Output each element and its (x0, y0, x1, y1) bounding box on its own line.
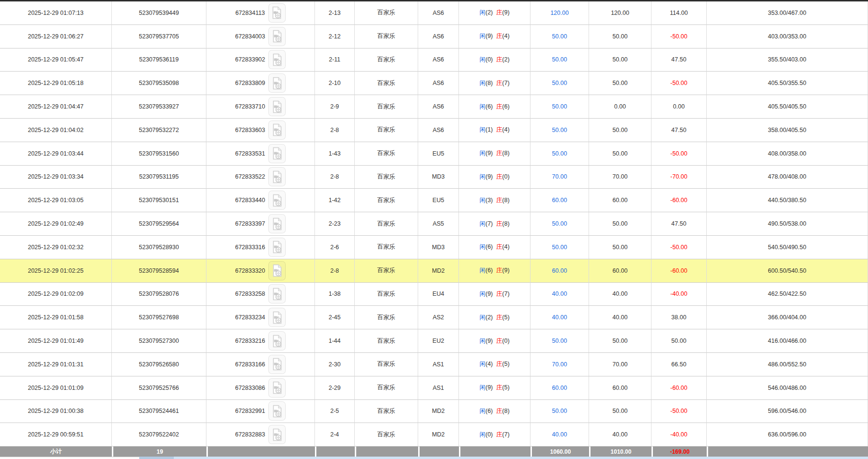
table-row[interactable]: 2025-12-29 01:02:25 523079528594 6728333… (0, 259, 868, 283)
banker-label: 庄 (496, 384, 503, 391)
video-replay-button[interactable] (268, 97, 286, 116)
video-replay-button[interactable] (268, 378, 286, 398)
banker-score: 8 (502, 408, 509, 414)
valid-amount-cell: 120.00 (589, 1, 651, 25)
video-replay-button[interactable] (268, 425, 286, 444)
table-row[interactable]: 2025-12-29 01:00:38 523079524461 6728329… (0, 400, 868, 423)
video-replay-button[interactable] (268, 355, 286, 374)
shoe-round-cell: 2-6 (315, 236, 355, 259)
win-loss: 66.50 (671, 361, 686, 368)
video-replay-button[interactable] (268, 144, 286, 163)
win-loss-cell: -40.00 (651, 423, 707, 447)
table-row[interactable]: 2025-12-29 01:06:27 523079537705 6728340… (0, 25, 868, 48)
table-row[interactable]: 2025-12-29 01:02:32 523079528930 6728333… (0, 236, 868, 259)
bet-id: 523079525766 (139, 385, 179, 391)
round-cell: 672832991 (206, 400, 315, 423)
shoe-round: 2-8 (330, 173, 339, 180)
subtotal-count: 19 (112, 447, 206, 457)
balance: 358.00/405.50 (768, 127, 807, 133)
shoe-round: 2-8 (330, 127, 339, 133)
bet-id-cell: 523079531195 (112, 166, 206, 189)
banker-label: 庄 (496, 56, 503, 63)
table-row[interactable]: 2025-12-29 01:01:31 523079526580 6728331… (0, 353, 868, 376)
table-row[interactable]: 2025-12-29 01:03:05 523079530151 6728334… (0, 189, 868, 212)
win-loss-cell: 47.50 (651, 119, 707, 142)
table-code: EU4 (433, 290, 444, 297)
table-row[interactable]: 2025-12-29 01:01:58 523079527698 6728332… (0, 306, 868, 329)
game-type: 百家乐 (377, 150, 396, 157)
player-label: 闲 (480, 33, 486, 39)
valid-amount-cell: 70.00 (589, 166, 651, 189)
video-replay-button[interactable] (268, 331, 286, 350)
round-id: 672833316 (235, 244, 265, 251)
scrollbar-thumb[interactable] (0, 457, 139, 459)
bet-time: 2025-12-29 01:03:34 (28, 173, 84, 180)
valid-amount-cell: 50.00 (589, 400, 651, 423)
video-replay-button[interactable] (268, 121, 286, 140)
player-label: 闲 (480, 126, 486, 133)
balance: 636.00/596.00 (768, 431, 807, 438)
banker-label: 庄 (496, 338, 503, 344)
table-row[interactable]: 2025-12-29 00:59:51 523079522402 6728328… (0, 423, 868, 447)
valid-amount-cell: 50.00 (589, 142, 651, 166)
bet-time: 2025-12-29 01:02:09 (28, 290, 84, 297)
video-replay-button[interactable] (268, 50, 286, 69)
win-loss-cell: 47.50 (651, 48, 707, 72)
video-replay-button[interactable] (268, 238, 286, 257)
round-id: 672833216 (235, 338, 265, 344)
table-row[interactable]: 2025-12-29 01:07:13 523079539449 6728341… (0, 1, 868, 25)
shoe-round-cell: 2-10 (315, 72, 355, 95)
balance: 408.00/358.00 (768, 150, 807, 157)
video-replay-button[interactable] (268, 167, 286, 186)
banker-score: 8 (502, 220, 509, 227)
shoe-round: 1-43 (328, 150, 340, 157)
valid-amount-cell: 60.00 (589, 376, 651, 400)
player-score: 7 (485, 220, 493, 227)
table-row[interactable]: 2025-12-29 01:05:18 523079535098 6728338… (0, 72, 868, 95)
horizontal-scrollbar[interactable] (0, 457, 868, 459)
win-loss-cell: 38.00 (651, 306, 707, 329)
video-replay-button[interactable] (268, 308, 286, 327)
table-code: MD3 (432, 173, 445, 180)
video-replay-button[interactable] (268, 73, 286, 93)
table-code: AS2 (433, 314, 444, 321)
win-loss: -40.00 (670, 290, 687, 297)
bet-id-cell: 523079528076 (112, 283, 206, 306)
valid-amount: 40.00 (613, 290, 627, 297)
video-replay-button[interactable] (268, 401, 286, 421)
video-replay-button[interactable] (268, 284, 286, 303)
table-row[interactable]: 2025-12-29 01:03:44 523079531560 6728335… (0, 142, 868, 166)
table-row[interactable]: 2025-12-29 01:02:49 523079529564 6728333… (0, 212, 868, 236)
table-row[interactable]: 2025-12-29 01:03:34 523079531195 6728335… (0, 166, 868, 189)
table-row[interactable]: 2025-12-29 01:04:02 523079532272 6728336… (0, 119, 868, 142)
shoe-round: 2-45 (328, 314, 340, 321)
video-replay-button[interactable] (268, 261, 286, 280)
video-replay-icon (272, 241, 283, 254)
banker-score: 2 (502, 56, 509, 63)
bet-time-cell: 2025-12-29 01:01:49 (0, 329, 112, 353)
video-replay-button[interactable] (268, 214, 286, 233)
round-cell: 672833258 (206, 283, 315, 306)
game-type: 百家乐 (377, 431, 396, 438)
valid-amount: 50.00 (613, 80, 627, 86)
video-replay-button[interactable] (268, 191, 286, 210)
table-row[interactable]: 2025-12-29 01:02:09 523079528076 6728332… (0, 283, 868, 306)
game-type-cell: 百家乐 (355, 353, 418, 376)
video-replay-button[interactable] (268, 3, 286, 23)
valid-amount: 50.00 (613, 338, 627, 344)
table-row[interactable]: 2025-12-29 01:05:47 523079536119 6728339… (0, 48, 868, 72)
win-loss-cell: 0.00 (651, 95, 707, 119)
round-id: 672832883 (235, 431, 265, 438)
result-cell: 闲6庄4 (459, 236, 530, 259)
balance: 405.50/355.50 (768, 80, 807, 86)
bet-amount-cell: 50.00 (530, 329, 589, 353)
video-replay-button[interactable] (268, 27, 286, 46)
subtotal-label: 小计 (0, 447, 112, 457)
table-row[interactable]: 2025-12-29 01:04:47 523079533927 6728337… (0, 95, 868, 119)
banker-score: 4 (502, 33, 509, 39)
table-row[interactable]: 2025-12-29 01:01:49 523079527300 6728332… (0, 329, 868, 353)
player-score: 2 (485, 314, 493, 321)
table-row[interactable]: 2025-12-29 01:01:09 523079525766 6728330… (0, 376, 868, 400)
round-id: 672833320 (235, 267, 265, 274)
game-type-cell: 百家乐 (355, 400, 418, 423)
